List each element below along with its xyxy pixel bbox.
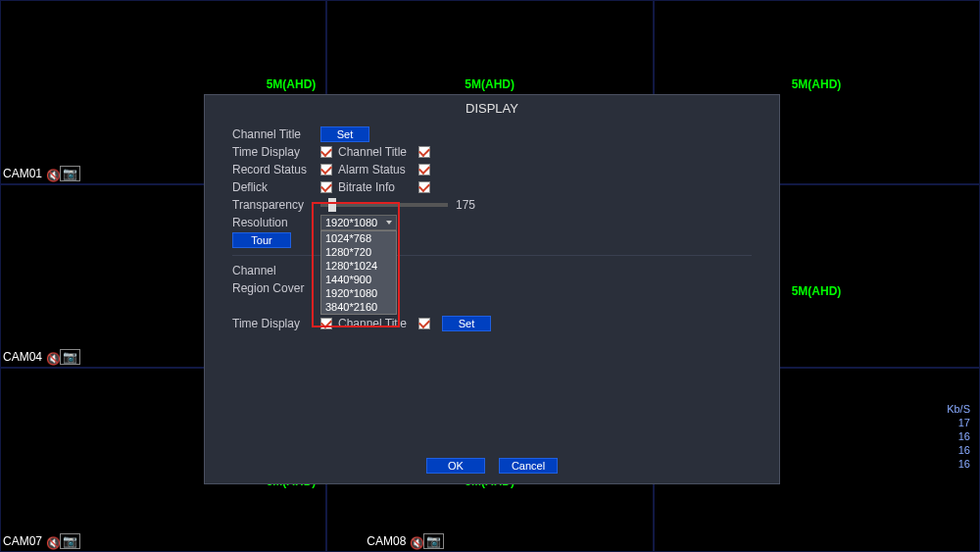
- record-status-checkbox[interactable]: [320, 164, 332, 176]
- resolution-dropdown: 1024*768 1280*720 1280*1024 1440*900 192…: [320, 230, 397, 315]
- speaker-mute-icon: 🔇: [46, 352, 56, 362]
- bitrate-value: 16: [947, 457, 970, 471]
- bitrate-info-sublabel: Bitrate Info: [338, 180, 418, 194]
- cam-mode-label: 5M(AHD): [267, 77, 317, 91]
- deflick-checkbox[interactable]: [320, 181, 332, 193]
- bitrate-value: 16: [947, 429, 970, 443]
- cam-mode-label: 5M(AHD): [465, 77, 514, 91]
- resolution-option[interactable]: 3840*2160: [321, 300, 396, 314]
- deflick-label: Deflick: [232, 180, 320, 194]
- channel-label: Channel: [232, 264, 320, 277]
- resolution-option[interactable]: 1280*720: [321, 245, 396, 259]
- channel-title2-sublabel: Channel Title: [338, 317, 418, 330]
- cam04-label: CAM04🔇📷: [3, 349, 80, 365]
- transparency-slider[interactable]: [320, 203, 448, 207]
- resolution-select[interactable]: 1920*1080: [320, 215, 397, 230]
- divider: [232, 255, 752, 256]
- speaker-mute-icon: 🔇: [46, 169, 56, 178]
- resolution-option[interactable]: 1024*768: [321, 231, 396, 245]
- dialog-title: DISPLAY: [205, 95, 779, 122]
- camera-icon: 📷: [423, 533, 444, 549]
- resolution-label: Resolution: [232, 216, 320, 229]
- bitrate-value: 17: [947, 416, 970, 429]
- bitrate-value: 16: [947, 443, 970, 457]
- time-display-checkbox[interactable]: [320, 146, 332, 158]
- resolution-option[interactable]: 1920*1080: [321, 286, 396, 300]
- resolution-option[interactable]: 1440*900: [321, 273, 396, 286]
- channel-title-checkbox[interactable]: [418, 146, 430, 158]
- ok-button[interactable]: OK: [426, 458, 485, 474]
- speaker-mute-icon: 🔇: [410, 536, 419, 546]
- time-display2-label: Time Display: [232, 317, 320, 330]
- bitrate-info-checkbox[interactable]: [418, 181, 430, 193]
- set-button[interactable]: Set: [320, 126, 369, 142]
- cam01-label: CAM01🔇📷: [3, 166, 80, 181]
- camera-icon: 📷: [60, 533, 80, 549]
- set2-button[interactable]: Set: [442, 316, 491, 331]
- cam-mode-label: 5M(AHD): [792, 77, 842, 91]
- record-status-label: Record Status: [232, 163, 320, 176]
- cam07-label: CAM07🔇📷: [3, 533, 80, 549]
- bitrate-panel: Kb/S 17 16 16 16: [947, 402, 970, 471]
- display-dialog: DISPLAY Channel Title Set Time Display C…: [204, 94, 780, 484]
- tour-button[interactable]: Tour: [232, 232, 291, 248]
- channel-title-label: Channel Title: [232, 127, 320, 141]
- resolution-option[interactable]: 1280*1024: [321, 259, 396, 273]
- alarm-status-checkbox[interactable]: [418, 164, 430, 176]
- channel-title-sublabel: Channel Title: [338, 145, 418, 159]
- bitrate-header: Kb/S: [947, 402, 970, 416]
- channel-title2-checkbox[interactable]: [418, 318, 430, 329]
- transparency-value: 175: [456, 198, 475, 212]
- time-display-label: Time Display: [232, 145, 320, 159]
- camera-icon: 📷: [60, 349, 80, 365]
- alarm-status-sublabel: Alarm Status: [338, 163, 418, 176]
- camera-icon: 📷: [60, 166, 80, 181]
- speaker-mute-icon: 🔇: [46, 536, 56, 546]
- cam-mode-label: 5M(AHD): [792, 284, 842, 298]
- cancel-button[interactable]: Cancel: [499, 458, 558, 474]
- region-cover-label: Region Cover: [232, 281, 320, 295]
- slider-thumb[interactable]: [328, 198, 336, 212]
- transparency-label: Transparency: [232, 198, 320, 212]
- cam08-label: CAM08🔇📷: [367, 533, 444, 549]
- time-display2-checkbox[interactable]: [320, 318, 332, 329]
